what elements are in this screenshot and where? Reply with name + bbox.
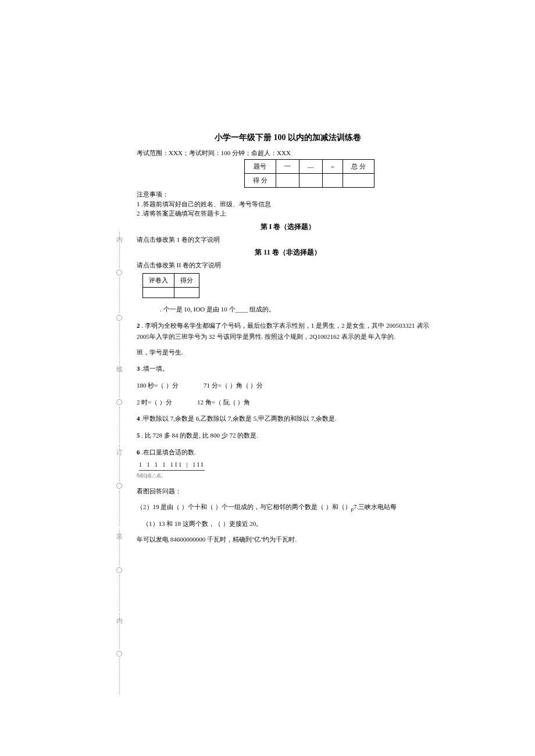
- dotted-segment: [119, 361, 120, 397]
- table-row: [143, 287, 199, 298]
- circle-marker: [116, 399, 122, 405]
- question-number: 2: [137, 322, 140, 329]
- circle-marker: [116, 651, 122, 657]
- dotted-segment: [119, 277, 120, 313]
- dotted-segment: [119, 575, 120, 611]
- question-number: 3: [137, 365, 140, 372]
- fill-blank: 180 秒=（ ）分: [137, 380, 179, 391]
- table-row: 题号 一 — = 总 分: [245, 160, 374, 174]
- question-1: . 个一是 10, IOO 是由 10 个____ 组成的。: [160, 304, 439, 315]
- section-2-header: 第 11 卷（非选择题）: [137, 248, 439, 257]
- question-text: .甲数除以 7,余数是 6,乙数除以 7,余数是 5,甲乙两数的和除以 7,余数…: [141, 415, 337, 422]
- question-2: 2 . 李明为全校每名学生都编了个号码，最后位数字表示性别，1 是男生，2 是女…: [137, 320, 439, 357]
- binding-margin-decoration: 内 线 订 装 内: [110, 230, 128, 694]
- notice-item: 1 .答题前填写好自己的姓名、班级、考号等信息: [137, 199, 439, 209]
- document-title: 小学一年级下册 100 以内的加减法训练卷: [137, 132, 439, 143]
- dotted-segment: [119, 232, 120, 268]
- question-5: 5 . 比 728 多 84 的数是, 比 800 少 72 的数是.: [137, 430, 439, 441]
- circle-marker: [116, 315, 122, 321]
- table-cell: 得 分: [245, 174, 276, 188]
- circle-marker: [116, 567, 122, 573]
- grader-table: 评卷入 得分: [142, 273, 199, 298]
- question-text: 年可以发电 84600000000 千瓦时，精确到"亿''约为千瓦时.: [137, 534, 439, 545]
- document-content: 小学一年级下册 100 以内的加减法训练卷 考试范围：XXX；考试时间：100 …: [137, 132, 439, 551]
- dotted-segment: [119, 490, 120, 526]
- question-header: 看图回答问题：: [137, 486, 439, 497]
- dotted-segment: [119, 529, 120, 565]
- number-line-sub: 8点Q点△点。: [137, 472, 439, 480]
- question-number: 4: [137, 415, 140, 422]
- question-text: （1）13 和 18 这两个数，（ ）更接近 20。: [142, 518, 439, 529]
- dotted-segment: [119, 323, 120, 359]
- question-7: 看图回答问题： （2）19 是由（ ）个十和（ ）个一组成的，与它相邻的两个数是…: [137, 486, 439, 545]
- question-6: 6 .在口里填合适的数. 1 1 1 1 1I1 | 1II 8点Q点△点。: [137, 447, 439, 480]
- section-2-instruction: 请点击修改第 II 卷的文字说明: [137, 261, 439, 270]
- dotted-segment: [119, 658, 120, 694]
- table-row: 评卷入 得分: [143, 273, 199, 287]
- dotted-segment: [119, 613, 120, 649]
- dotted-segment: [119, 407, 120, 443]
- table-cell: [174, 287, 199, 298]
- question-text: . 比 728 多 84 的数是, 比 800 少 72 的数是.: [141, 432, 258, 439]
- question-number: 6: [137, 449, 140, 456]
- question-text: 班，学号是号生.: [137, 347, 439, 358]
- italic-text: 表: [416, 322, 423, 329]
- table-cell: [276, 174, 299, 188]
- question-4: 4 .甲数除以 7,余数是 6,乙数除以 7,余数是 5,甲乙两数的和除以 7,…: [137, 413, 439, 424]
- section-1-instruction: 请点击修改第 1 卷的文字说明: [137, 235, 439, 244]
- table-cell: [322, 174, 343, 188]
- score-table: 题号 一 — = 总 分 得 分: [244, 159, 374, 188]
- section-1-header: 第 I 卷（选择题）: [137, 222, 439, 232]
- table-header-cell: =: [322, 160, 343, 174]
- table-header-cell: —: [299, 160, 322, 174]
- question-text: （2）19 是由（ ）个十和（ ）个一组成的，与它相邻的两个数是（ ）和（）: [137, 503, 351, 510]
- circle-marker: [116, 483, 122, 489]
- notice-header: 注意事项：: [137, 189, 439, 199]
- table-header-cell: 一: [276, 160, 299, 174]
- table-cell: 评卷入: [143, 273, 174, 287]
- question-suffix: 7.三峡水电站每: [354, 503, 397, 510]
- question-3: 3 .填一填。 180 秒=（ ）分 71 分=（ ）角（ ）分 2 时=（ ）…: [137, 363, 439, 407]
- table-header-cell: 总 分: [343, 160, 374, 174]
- dotted-segment: [119, 445, 120, 481]
- table-cell: [143, 287, 174, 298]
- table-cell: [299, 174, 322, 188]
- table-row: 得 分: [245, 174, 374, 188]
- question-number: 5: [137, 432, 140, 439]
- question-label: .填一填。: [141, 365, 169, 372]
- exam-meta: 考试范围：XXX；考试时间：100 分钟；命超人：XXX: [137, 149, 439, 157]
- fill-blank: 2 时=（ ）分: [137, 397, 172, 408]
- question-text: .在口里填合适的数.: [141, 449, 196, 456]
- fill-blank: 12 角=（ 阮（ ）角: [197, 397, 250, 408]
- notice-item: 2 .请将答案正确填写在答题卡上: [137, 209, 439, 218]
- fill-blank: 71 分=（ ）角（ ）分: [204, 380, 263, 391]
- notice-block: 注意事项： 1 .答题前填写好自己的姓名、班级、考号等信息 2 .请将答案正确填…: [137, 189, 439, 218]
- table-cell: 得分: [174, 273, 199, 287]
- circle-marker: [116, 270, 122, 275]
- question-text: . 李明为全校每名学生都编了个号码，最后位数字表示性别，1 是男生，2 是女生，…: [141, 322, 416, 329]
- number-line: 1 1 1 1 1I1 | 1II: [139, 460, 205, 471]
- table-header-cell: 题号: [245, 160, 276, 174]
- table-cell: [343, 174, 374, 188]
